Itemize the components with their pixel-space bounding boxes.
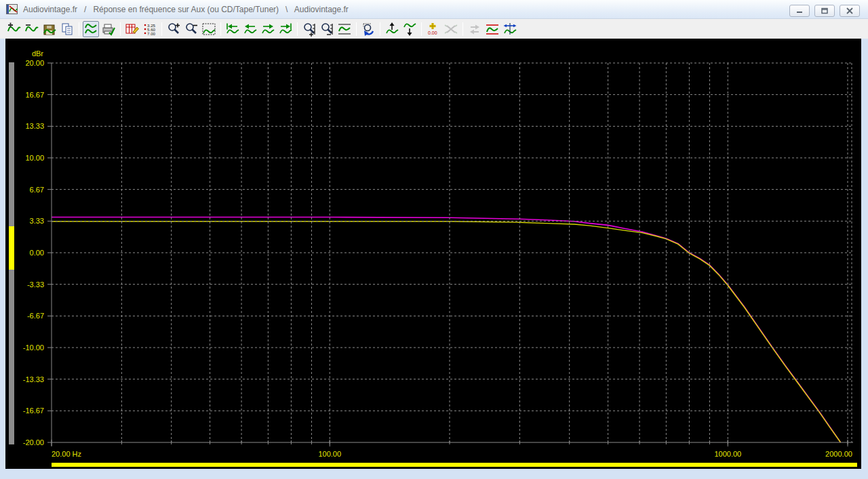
y-tick-label: -20.00 bbox=[23, 438, 44, 446]
toolbar-clear-offset-button[interactable] bbox=[443, 21, 459, 37]
wave-arrow-up-icon bbox=[384, 22, 399, 37]
window-controls bbox=[789, 5, 860, 17]
copy-pages-icon bbox=[60, 22, 75, 37]
magnifier-axis-minus-icon bbox=[319, 22, 334, 37]
toolbar-separator bbox=[356, 22, 357, 36]
y-tick-label: 3.33 bbox=[30, 217, 44, 225]
toolbar-shift-curve-down-button[interactable] bbox=[401, 21, 418, 37]
y-tick-label: 6.67 bbox=[30, 186, 44, 194]
magnifier-minus-icon bbox=[184, 22, 199, 37]
app-icon bbox=[6, 3, 18, 15]
maximize-icon bbox=[821, 7, 829, 14]
horizontal-scrollbar[interactable] bbox=[52, 463, 857, 467]
wave-plus-icon bbox=[7, 22, 22, 37]
toolbar-separator bbox=[120, 22, 121, 36]
y-tick-label: 16.67 bbox=[25, 91, 44, 99]
toolbar-zoom-in-button[interactable] bbox=[165, 21, 182, 37]
arrow-last-wave-icon bbox=[278, 22, 293, 37]
floppy-wave-icon bbox=[42, 22, 57, 37]
toolbar-overlay-curves-button[interactable] bbox=[83, 21, 99, 37]
wave-red-lines-icon bbox=[485, 22, 500, 37]
y-tick-label: -13.33 bbox=[23, 375, 44, 383]
toolbar-swap-curves-button[interactable] bbox=[467, 21, 483, 37]
toolbar-fit-view-button[interactable] bbox=[201, 21, 217, 37]
window-title: Audiovintage.fr / Réponse en fréquence s… bbox=[23, 5, 349, 14]
toolbar-zoom-previous-button[interactable] bbox=[360, 21, 376, 37]
wave-box-icon bbox=[201, 22, 216, 37]
plus-offset-icon: 0.00 bbox=[426, 22, 441, 37]
y-tick-label: 13.33 bbox=[25, 122, 44, 130]
swap-arrows-icon bbox=[467, 22, 482, 37]
frequency-response-chart: dBr20.0016.6713.3310.006.673.330.00-3.33… bbox=[5, 39, 861, 469]
svg-text:7.00: 7.00 bbox=[147, 30, 156, 35]
wave-cursor-icon bbox=[502, 22, 517, 37]
toolbar-value-list-button[interactable]: 3.255.607.00 bbox=[142, 21, 158, 37]
y-tick-label: 20.00 bbox=[25, 59, 44, 67]
x-tick-label: 20.00 Hz bbox=[52, 450, 81, 458]
toolbar-zoom-y-out-button[interactable] bbox=[319, 21, 335, 37]
wave-minus-icon bbox=[24, 22, 39, 37]
close-button[interactable] bbox=[840, 5, 860, 17]
toolbar-edit-measurement-button[interactable] bbox=[124, 21, 140, 37]
toolbar-separator bbox=[380, 22, 380, 36]
toolbar-cursor-measure-button[interactable] bbox=[502, 21, 518, 37]
y-tick-label: -6.67 bbox=[27, 312, 44, 320]
y-tick-label: -3.33 bbox=[27, 280, 44, 289]
arrow-first-wave-icon bbox=[225, 22, 240, 37]
toolbar-print-curve-button[interactable] bbox=[100, 21, 117, 37]
toolbar-zoom-out-button[interactable] bbox=[183, 21, 199, 37]
y-tick-label: -16.67 bbox=[23, 407, 44, 415]
maximize-button[interactable] bbox=[814, 5, 835, 17]
x-tick-label: 2000.00 bbox=[825, 450, 852, 458]
curve-response-b bbox=[52, 222, 841, 442]
toolbar-shift-curve-up-button[interactable] bbox=[384, 21, 400, 37]
spark-cross-icon bbox=[443, 22, 458, 37]
toolbar-go-last-button[interactable] bbox=[277, 21, 294, 37]
toolbar-separator bbox=[220, 22, 221, 36]
toolbar-add-curve-button[interactable] bbox=[6, 21, 22, 37]
toolbar-separator bbox=[79, 22, 79, 36]
svg-text:0.00: 0.00 bbox=[428, 30, 437, 35]
toolbar-separator bbox=[462, 22, 463, 36]
toolbar-remove-curve-button[interactable] bbox=[24, 21, 40, 37]
minimize-button[interactable] bbox=[789, 5, 810, 17]
printer-wave-icon bbox=[101, 22, 116, 37]
toolbar-separator bbox=[297, 22, 298, 36]
toolbar-autoscale-y-button[interactable] bbox=[336, 21, 353, 37]
magnifier-undo-icon bbox=[361, 22, 376, 37]
double-wave-icon bbox=[83, 22, 98, 37]
toolbar-zoom-y-in-button[interactable] bbox=[301, 21, 317, 37]
toolbar-add-offset-button[interactable]: 0.00 bbox=[425, 21, 441, 37]
y-tick-label: -10.00 bbox=[23, 343, 44, 352]
toolbar-go-previous-button[interactable] bbox=[242, 21, 258, 37]
x-tick-label: 1000.00 bbox=[714, 450, 741, 458]
x-tick-label: 100.00 bbox=[318, 450, 341, 458]
toolbar-separator bbox=[161, 22, 162, 36]
chart-area: dBr20.0016.6713.3310.006.673.330.00-3.33… bbox=[5, 39, 861, 469]
toolbar-save-curve-button[interactable] bbox=[41, 21, 58, 37]
y-axis-title: dBr bbox=[32, 49, 43, 58]
arrow-right-wave-icon bbox=[260, 22, 275, 37]
titlebar: Audiovintage.fr / Réponse en fréquence s… bbox=[0, 0, 868, 19]
toolbar: 3.255.607.000.00 bbox=[0, 19, 868, 39]
magnifier-plus-icon bbox=[166, 22, 181, 37]
wave-arrow-down-icon bbox=[402, 22, 417, 37]
y-tick-label: 0.00 bbox=[30, 249, 44, 257]
arrow-left-wave-icon bbox=[243, 22, 258, 37]
vertical-range-highlight[interactable] bbox=[9, 226, 14, 270]
magnifier-axis-plus-icon bbox=[302, 22, 317, 37]
toolbar-separator bbox=[421, 22, 422, 36]
y-tick-label: 10.00 bbox=[25, 154, 44, 162]
app-window: Audiovintage.fr / Réponse en fréquence s… bbox=[0, 0, 868, 479]
toolbar-copy-curve-button[interactable] bbox=[59, 21, 75, 37]
toolbar-go-next-button[interactable] bbox=[260, 21, 276, 37]
toolbar-tolerance-lines-button[interactable] bbox=[484, 21, 500, 37]
close-icon bbox=[846, 7, 854, 14]
toolbar-go-first-button[interactable] bbox=[224, 21, 241, 37]
number-list-icon: 3.255.607.00 bbox=[142, 22, 157, 37]
curve-response-a bbox=[52, 217, 841, 443]
table-pencil-icon bbox=[125, 22, 140, 37]
minimize-icon bbox=[795, 7, 804, 14]
wave-bounds-icon bbox=[337, 22, 352, 37]
